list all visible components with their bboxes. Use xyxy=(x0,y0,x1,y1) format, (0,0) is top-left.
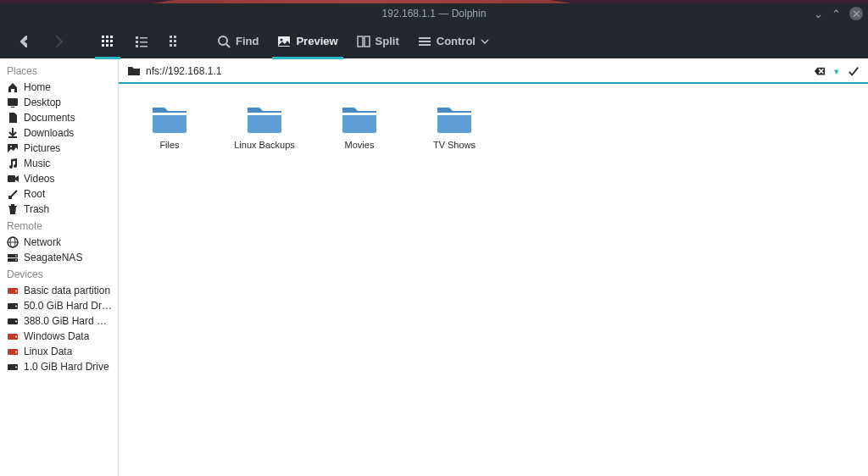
sidebar-item-videos[interactable]: Videos xyxy=(0,171,118,186)
content-area: ▾ Files Linux Backups Movies TV Sh xyxy=(119,58,868,476)
svg-rect-19 xyxy=(170,44,172,47)
drive-red-icon xyxy=(7,330,19,342)
titlebar-accent xyxy=(153,0,571,3)
minimize-button[interactable]: ⌄ xyxy=(814,8,823,20)
drive-icon xyxy=(7,361,19,373)
compact-icon xyxy=(135,35,148,48)
svg-rect-6 xyxy=(102,44,104,47)
svg-rect-9 xyxy=(136,36,138,39)
sidebar-item-linux-data[interactable]: Linux Data xyxy=(0,344,118,359)
svg-rect-31 xyxy=(153,113,186,115)
view-details-button[interactable] xyxy=(163,25,188,58)
nas-icon xyxy=(7,252,19,263)
sidebar-item-pictures[interactable]: Pictures xyxy=(0,141,118,156)
sidebar-item-label: 388.0 GiB Hard Drive xyxy=(24,315,113,327)
sidebar-item-basic-data-partition[interactable]: Basic data partition xyxy=(0,283,118,298)
desktop-icon xyxy=(7,97,19,108)
folder-item[interactable]: Movies xyxy=(329,104,390,150)
sidebar-item-network[interactable]: Network xyxy=(0,235,118,250)
pictures-icon xyxy=(7,142,19,154)
preview-button[interactable]: Preview xyxy=(272,25,342,58)
split-button[interactable]: Split xyxy=(352,25,404,58)
main-area: PlacesHomeDesktopDocumentsDownloadsPictu… xyxy=(0,58,868,476)
svg-rect-2 xyxy=(110,36,113,38)
drive-icon xyxy=(7,300,19,312)
svg-rect-7 xyxy=(106,44,108,47)
control-button[interactable]: Control xyxy=(413,25,494,58)
root-icon xyxy=(7,188,19,200)
sidebar-item-label: Basic data partition xyxy=(24,285,110,296)
drive-icon xyxy=(7,315,19,327)
addressbar-actions: ▾ xyxy=(814,65,860,77)
svg-rect-35 xyxy=(342,113,376,115)
close-button[interactable]: ✕ xyxy=(849,7,863,20)
sidebar-item-label: Desktop xyxy=(24,97,61,108)
find-button[interactable]: Find xyxy=(212,25,264,58)
folder-item[interactable]: Files xyxy=(139,104,200,150)
svg-rect-28 xyxy=(419,41,431,42)
sidebar-item-downloads[interactable]: Downloads xyxy=(0,125,118,141)
go-icon[interactable] xyxy=(848,65,860,77)
svg-rect-0 xyxy=(102,36,104,38)
view-compact-button[interactable] xyxy=(129,25,154,58)
sidebar-item-label: Downloads xyxy=(24,127,74,139)
sidebar-item-trash[interactable]: Trash xyxy=(0,202,118,217)
control-label: Control xyxy=(437,35,476,47)
folder-label: Linux Backups xyxy=(234,140,295,150)
sidebar-item-label: Network xyxy=(24,236,61,248)
svg-rect-8 xyxy=(110,44,113,47)
nav-back-button[interactable] xyxy=(12,25,37,58)
svg-rect-36 xyxy=(437,113,471,133)
sidebar-section-header: Places xyxy=(0,62,118,80)
folder-label: Movies xyxy=(345,140,375,150)
videos-icon xyxy=(7,173,19,185)
drive-red-icon xyxy=(7,346,19,357)
view-icons-button[interactable] xyxy=(95,25,120,58)
sidebar-item-388-0-gib-hard-drive[interactable]: 388.0 GiB Hard Drive xyxy=(0,313,118,329)
svg-rect-14 xyxy=(140,46,147,47)
svg-rect-26 xyxy=(364,36,370,47)
chevron-down-icon xyxy=(481,37,489,46)
hamburger-icon xyxy=(418,35,431,48)
titlebar: 192.168.1.1 — Dolphin ⌄ ⌃ ✕ xyxy=(0,0,868,24)
svg-rect-4 xyxy=(106,40,108,42)
sidebar-item-label: SeagateNAS xyxy=(24,252,82,263)
sidebar-item-windows-data[interactable]: Windows Data xyxy=(0,329,118,344)
sidebar-item-home[interactable]: Home xyxy=(0,80,118,95)
nav-forward-button[interactable] xyxy=(46,25,71,58)
sidebar-item-desktop[interactable]: Desktop xyxy=(0,95,118,110)
folder-item[interactable]: TV Shows xyxy=(424,104,485,150)
maximize-button[interactable]: ⌃ xyxy=(832,8,841,20)
drive-red-icon xyxy=(7,285,19,296)
sidebar-item-label: Root xyxy=(24,188,45,200)
svg-rect-25 xyxy=(358,36,363,47)
svg-rect-32 xyxy=(248,113,281,133)
folder-icon xyxy=(151,104,188,135)
sidebar-item-1-0-gib-hard-drive[interactable]: 1.0 GiB Hard Drive xyxy=(0,359,118,374)
music-icon xyxy=(7,158,19,169)
sidebar-item-root[interactable]: Root xyxy=(0,186,118,202)
home-icon xyxy=(7,81,19,93)
svg-rect-13 xyxy=(136,45,138,47)
dropdown-icon[interactable]: ▾ xyxy=(834,66,839,77)
svg-point-21 xyxy=(219,36,227,45)
sidebar-item-50-0-gib-hard-drive[interactable]: 50.0 GiB Hard Drive xyxy=(0,298,118,313)
sidebar-item-label: Pictures xyxy=(24,142,60,154)
path-input[interactable] xyxy=(146,65,809,77)
svg-rect-1 xyxy=(106,36,108,38)
svg-rect-17 xyxy=(170,40,172,42)
clear-icon[interactable] xyxy=(814,65,826,77)
sidebar-item-seagatenas[interactable]: SeagateNAS xyxy=(0,250,118,265)
svg-rect-33 xyxy=(248,113,281,115)
window-controls: ⌄ ⌃ ✕ xyxy=(814,7,863,20)
folder-item[interactable]: Linux Backups xyxy=(234,104,295,150)
sidebar-item-music[interactable]: Music xyxy=(0,156,118,171)
svg-rect-3 xyxy=(102,40,104,42)
trash-icon xyxy=(7,203,19,215)
places-sidebar[interactable]: PlacesHomeDesktopDocumentsDownloadsPictu… xyxy=(0,58,119,476)
sidebar-item-label: Windows Data xyxy=(24,330,89,342)
sidebar-item-documents[interactable]: Documents xyxy=(0,110,118,125)
sidebar-item-label: Linux Data xyxy=(24,346,72,357)
file-grid[interactable]: Files Linux Backups Movies TV Shows xyxy=(119,84,868,476)
sidebar-item-label: Videos xyxy=(24,173,54,185)
